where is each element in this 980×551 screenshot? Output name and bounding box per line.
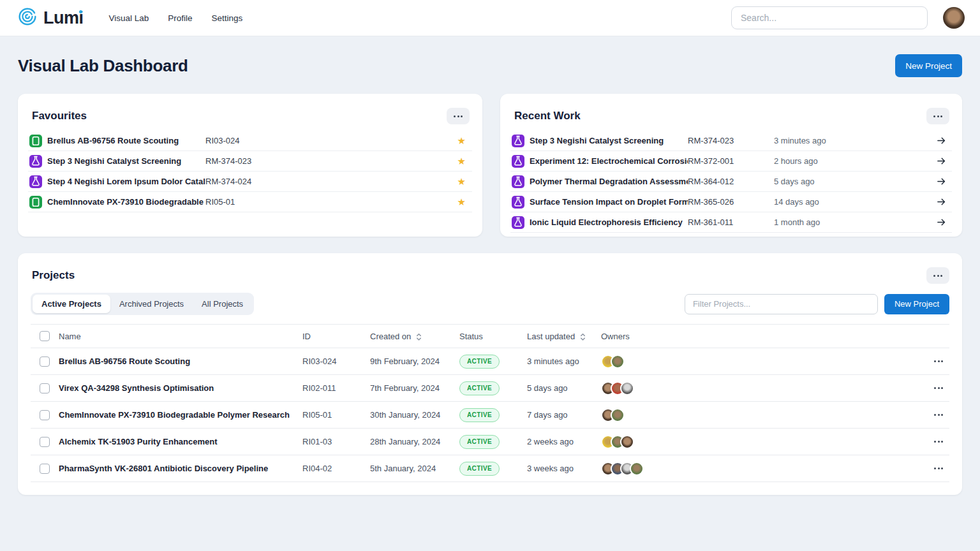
tab-active-projects[interactable]: Active Projects	[33, 295, 110, 313]
open-item-arrow-icon[interactable]	[936, 176, 949, 187]
recent-work-item[interactable]: Ionic Liquid Electrophoresis Efficiency …	[510, 212, 952, 233]
favourite-star-icon[interactable]: ★	[457, 176, 470, 187]
open-item-arrow-icon[interactable]	[936, 217, 949, 228]
recent-item-id: RM-372-001	[688, 156, 774, 166]
row-checkbox[interactable]	[40, 464, 50, 474]
tab-all-projects[interactable]: All Projects	[193, 295, 252, 313]
ellipsis-icon	[933, 275, 942, 277]
projects-menu-button[interactable]	[926, 267, 949, 284]
owners-avatar-stack	[601, 355, 930, 369]
favourite-star-icon[interactable]: ★	[457, 135, 470, 147]
recent-work-item[interactable]: Surface Tension Impact on Droplet Format…	[510, 192, 952, 212]
status-badge: ACTIVE	[459, 408, 500, 422]
ellipsis-icon	[454, 115, 463, 117]
brand-name: Lumi	[43, 8, 84, 28]
recent-item-id: RM-374-023	[688, 136, 774, 145]
table-row[interactable]: Brellus AB-96756 Route Scouting RI03-024…	[31, 348, 949, 375]
table-row[interactable]: ChemInnovate PX-73910 Biodegradable Poly…	[31, 402, 949, 429]
row-checkbox[interactable]	[40, 437, 50, 447]
open-item-arrow-icon[interactable]	[936, 196, 949, 207]
recent-work-item[interactable]: Step 3 Negishi Catalyst Screening RM-374…	[510, 131, 952, 151]
nav-item-settings[interactable]: Settings	[212, 13, 243, 23]
column-header-updated[interactable]: Last updated	[527, 332, 601, 341]
favourite-item-name: ChemInnovate PX-73910 Biodegradable Po..…	[47, 197, 205, 207]
project-created: 30th January, 2024	[370, 410, 459, 420]
owners-avatar-stack	[601, 381, 930, 395]
owners-avatar-stack	[601, 462, 930, 476]
favourite-item[interactable]: Brellus AB-96756 Route Scouting RI03-024…	[28, 131, 472, 151]
document-icon	[29, 196, 42, 209]
top-navigation-bar: Lumi Visual Lab Profile Settings	[0, 0, 980, 36]
column-header-created[interactable]: Created on	[370, 332, 459, 341]
favourite-item[interactable]: Step 4 Negishi Lorem Ipsum Dolor Catalys…	[28, 172, 472, 192]
column-header-status: Status	[459, 332, 527, 341]
projects-new-project-button[interactable]: New Project	[884, 294, 949, 314]
flask-icon	[512, 196, 524, 209]
tab-archived-projects[interactable]: Archived Projects	[110, 295, 193, 313]
lumi-swirl-icon	[15, 4, 40, 31]
owners-avatar-stack	[601, 408, 930, 422]
open-item-arrow-icon[interactable]	[936, 135, 949, 146]
favourite-item[interactable]: ChemInnovate PX-73910 Biodegradable Po..…	[28, 192, 472, 212]
open-item-arrow-icon[interactable]	[936, 156, 949, 166]
recent-item-id: RM-364-012	[688, 177, 774, 186]
projects-title: Projects	[32, 269, 75, 282]
favourites-menu-button[interactable]	[447, 108, 470, 124]
table-row[interactable]: Virex QA-34298 Synthesis Optimisation RI…	[31, 375, 949, 402]
sort-icon[interactable]	[579, 332, 587, 341]
project-name[interactable]: Alchemix TK-51903 Purity Enhancement	[59, 437, 302, 446]
recent-item-name: Experiment 12: Electrochemical Corrosion…	[530, 156, 688, 166]
recent-work-item[interactable]: Polymer Thermal Degradation Assessment R…	[510, 172, 952, 192]
new-project-button[interactable]: New Project	[895, 54, 962, 77]
avatar	[620, 435, 634, 449]
project-id: RI01-03	[302, 437, 370, 446]
brand-logo[interactable]: Lumi	[15, 4, 84, 31]
main-nav: Visual Lab Profile Settings	[109, 13, 243, 23]
project-created: 28th January, 2024	[370, 437, 459, 446]
favourite-star-icon[interactable]: ★	[457, 156, 470, 167]
status-badge: ACTIVE	[459, 355, 500, 369]
avatar	[611, 408, 625, 422]
search-input[interactable]	[731, 6, 928, 29]
table-header-row: Name ID Created on Status Last updated O…	[31, 324, 949, 348]
nav-item-profile[interactable]: Profile	[168, 13, 192, 23]
project-name[interactable]: Virex QA-34298 Synthesis Optimisation	[59, 383, 302, 393]
row-menu-button[interactable]	[930, 410, 949, 420]
favourite-star-icon[interactable]: ★	[457, 196, 470, 208]
user-avatar[interactable]	[943, 7, 965, 29]
project-name[interactable]: Brellus AB-96756 Route Scouting	[59, 356, 302, 366]
status-badge: ACTIVE	[459, 462, 500, 476]
row-menu-button[interactable]	[930, 383, 949, 393]
table-row[interactable]: Alchemix TK-51903 Purity Enhancement RI0…	[31, 429, 949, 455]
sort-icon[interactable]	[415, 332, 423, 341]
row-menu-button[interactable]	[930, 437, 949, 446]
project-id: RI05-01	[302, 410, 370, 420]
recent-item-time: 1 month ago	[774, 217, 936, 227]
project-updated: 5 days ago	[527, 383, 601, 393]
filter-projects-input[interactable]	[685, 294, 878, 314]
recent-work-menu-button[interactable]	[926, 108, 949, 124]
select-all-checkbox[interactable]	[40, 331, 50, 341]
row-checkbox[interactable]	[40, 356, 50, 367]
project-name[interactable]: ChemInnovate PX-73910 Biodegradable Poly…	[59, 410, 302, 420]
row-checkbox[interactable]	[40, 410, 50, 420]
recent-item-id: RM-361-011	[688, 217, 774, 227]
recent-work-item[interactable]: Experiment 12: Electrochemical Corrosion…	[510, 151, 952, 172]
favourite-item[interactable]: Step 3 Negishi Catalyst Screening RM-374…	[28, 151, 472, 172]
row-menu-button[interactable]	[930, 356, 949, 366]
column-header-owners: Owners	[601, 332, 949, 341]
recent-item-time: 14 days ago	[774, 197, 936, 207]
row-menu-button[interactable]	[930, 464, 949, 473]
recent-work-title: Recent Work	[514, 110, 581, 122]
nav-item-visual-lab[interactable]: Visual Lab	[109, 13, 149, 23]
recent-item-time: 5 days ago	[774, 177, 936, 186]
project-updated: 2 weeks ago	[527, 437, 601, 446]
project-name[interactable]: PharmaSynth VK-26801 Antibiotic Discover…	[59, 464, 302, 473]
recent-item-name: Surface Tension Impact on Droplet Format…	[530, 197, 688, 207]
flask-icon	[29, 175, 42, 188]
table-row[interactable]: PharmaSynth VK-26801 Antibiotic Discover…	[31, 455, 949, 482]
row-checkbox[interactable]	[40, 383, 50, 393]
recent-item-id: RM-365-026	[688, 197, 774, 207]
project-id: RI04-02	[302, 464, 370, 473]
favourite-item-id: RI05-01	[205, 197, 457, 207]
